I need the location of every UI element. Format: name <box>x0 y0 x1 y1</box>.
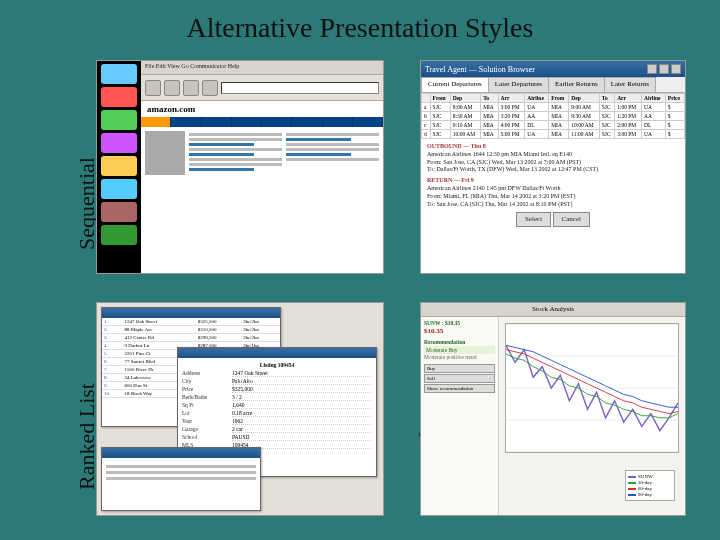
form-row: Sq Ft1,640 <box>182 402 372 409</box>
sidebar-ad-icon <box>101 133 137 153</box>
text-line <box>286 143 379 146</box>
aux-window[interactable] <box>101 447 261 511</box>
window-titlebar <box>178 348 376 358</box>
show-recommendation-button[interactable]: Show recommendation <box>424 384 495 393</box>
info-panel: SUNW : $10.35 $10.35 Recommendation Mode… <box>421 317 499 515</box>
text-line <box>189 133 282 136</box>
legend-swatch-icon <box>628 482 636 484</box>
home-button[interactable] <box>202 80 218 96</box>
column-header: From <box>549 94 569 103</box>
nav-tab[interactable] <box>292 117 322 127</box>
browser-toolbar <box>141 75 383 101</box>
ticker-label: SUNW : $10.35 <box>424 320 495 326</box>
chart-area: SUNW30-day60-day90-day <box>499 317 685 515</box>
nav-tab[interactable] <box>171 117 201 127</box>
text-line <box>286 148 379 151</box>
address-input[interactable] <box>221 82 379 94</box>
legend-item: SUNW <box>628 474 672 479</box>
legend-swatch-icon <box>628 494 636 496</box>
column-header: Price <box>665 94 684 103</box>
list-item[interactable]: 2.88 Maple Ave$310,0003br/2ba <box>102 326 280 334</box>
itinerary-detail: OUTBOUND — Thu 8 American Airlines 1644 … <box>421 139 685 231</box>
quadrant-tweaked-set: Travel Agent — Solution Browser Current … <box>420 60 686 274</box>
chart-legend: SUNW30-day60-day90-day <box>625 470 675 501</box>
column-header <box>422 94 431 103</box>
reload-button[interactable] <box>183 80 199 96</box>
form-row: Garage2 car <box>182 426 372 433</box>
detail-heading: RETURN — Fri 9 <box>427 177 679 185</box>
site-logo[interactable]: amazon.com <box>141 101 383 117</box>
table-row[interactable]: bSJC8:30 AMMIA3:20 PMAAMIA9:30 AMSJC1:20… <box>422 112 685 121</box>
listing-title: Listing 109454 <box>182 362 372 368</box>
table-row[interactable]: cSJC9:10 AMMIA4:00 PMDLMIA10:00 AMSJC2:0… <box>422 121 685 130</box>
forward-button[interactable] <box>164 80 180 96</box>
nav-tab[interactable] <box>232 117 262 127</box>
form-row: Address1247 Oak Street <box>182 370 372 377</box>
list-item[interactable]: 1.1247 Oak Street$325,0003br/2ba <box>102 318 280 326</box>
text-link[interactable] <box>286 153 351 156</box>
sidebar-ad-icon <box>101 87 137 107</box>
nav-tab[interactable] <box>262 117 292 127</box>
stock-chart <box>505 323 679 453</box>
recommendation-label: Recommendation <box>424 339 495 345</box>
sidebar-ad-icon <box>101 64 137 84</box>
form-row: SchoolPAUSD <box>182 434 372 441</box>
text-line <box>286 158 379 161</box>
result-tab[interactable]: Current Departures <box>421 77 489 92</box>
window-title: Travel Agent — Solution Browser <box>425 65 535 74</box>
text-link[interactable] <box>189 153 254 156</box>
list-item[interactable]: 3.412 Center Rd$299,5002br/2ba <box>102 334 280 342</box>
nav-tab[interactable] <box>323 117 353 127</box>
text-line <box>286 133 379 136</box>
detail-line: American Airlines 2140 1:45 pm DFW Dalla… <box>427 185 679 193</box>
legend-item: 60-day <box>628 486 672 491</box>
column-header: Airline <box>641 94 665 103</box>
minimize-icon[interactable] <box>647 64 657 74</box>
table-row[interactable]: aSJC8:00 AMMIA3:00 PMUAMIA9:00 AMSJC1:00… <box>422 103 685 112</box>
detail-line: To: San Jose, CA (SJC) Thu, Mar 14 2002 … <box>427 201 679 209</box>
product-photo[interactable] <box>145 131 185 175</box>
legend-swatch-icon <box>628 488 636 490</box>
portal-sidebar <box>97 61 141 273</box>
column-header: To <box>599 94 614 103</box>
column-header: Arr <box>498 94 525 103</box>
result-tab[interactable]: Later Returns <box>604 77 656 92</box>
nav-tab[interactable] <box>353 117 383 127</box>
table-row[interactable]: dSJC10:00 AMMIA5:00 PMUAMIA11:00 AMSJC3:… <box>422 130 685 139</box>
column-header: Dep <box>450 94 481 103</box>
flights-table: FromDepToArrAirlineFromDepToArrAirlinePr… <box>421 93 685 139</box>
sidebar-ad-icon <box>101 179 137 199</box>
text-line <box>189 138 282 141</box>
result-tab[interactable]: Later Departures <box>488 77 549 92</box>
window-titlebar <box>102 448 260 458</box>
nav-tab[interactable] <box>202 117 232 127</box>
form-row: Beds/Baths3 / 2 <box>182 394 372 401</box>
legend-item: 90-day <box>628 492 672 497</box>
close-icon[interactable] <box>671 64 681 74</box>
sell-button[interactable]: Sell <box>424 374 495 383</box>
select-button[interactable]: Select <box>516 212 551 227</box>
legend-item: 30-day <box>628 480 672 485</box>
text-link[interactable] <box>189 168 254 171</box>
column-header: Dep <box>569 94 600 103</box>
listing-form: Listing 109454 Address1247 Oak StreetCit… <box>178 358 376 454</box>
detail-heading: OUTBOUND — Thu 8 <box>427 143 679 151</box>
cancel-button[interactable]: Cancel <box>553 212 590 227</box>
back-button[interactable] <box>145 80 161 96</box>
detail-line: From: Miami, FL (MIA) Thu, Mar 14 2002 a… <box>427 193 679 201</box>
buy-button[interactable]: Buy <box>424 364 495 373</box>
browser-menubar[interactable]: File Edit View Go Communicator Help <box>141 61 383 75</box>
web-page: amazon.com <box>141 101 383 273</box>
result-tab[interactable]: Earlier Returns <box>548 77 605 92</box>
text-link[interactable] <box>189 143 254 146</box>
text-link[interactable] <box>286 138 351 141</box>
column-header: To <box>481 94 498 103</box>
nav-tab[interactable] <box>141 117 171 127</box>
detail-line: American Airlines 1644 12:30 pm MIA Miam… <box>427 151 679 159</box>
legend-swatch-icon <box>628 476 636 478</box>
nav-tabs[interactable] <box>141 117 383 127</box>
maximize-icon[interactable] <box>659 64 669 74</box>
column-header: From <box>430 94 450 103</box>
slide-title: Alternative Presentation Styles <box>0 0 720 52</box>
recommendation-note: Moderate positive trend <box>424 354 495 360</box>
